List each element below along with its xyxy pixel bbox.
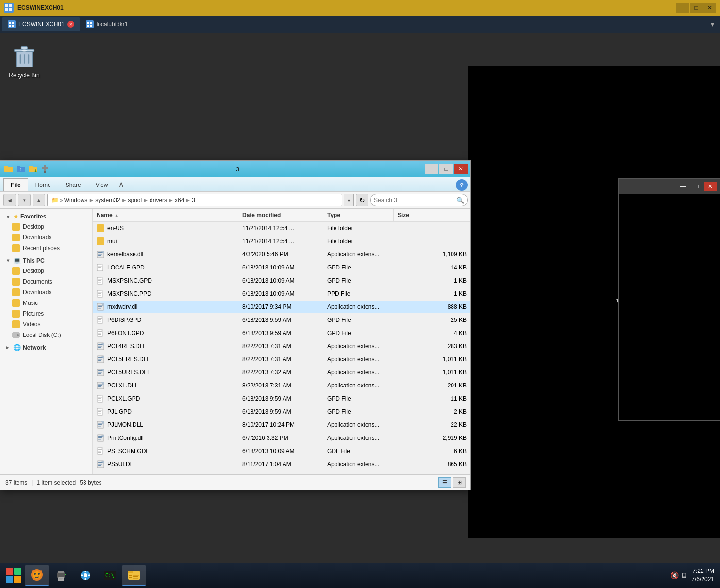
explorer-minimize-button[interactable]: — [425, 164, 438, 174]
sidebar-item-pictures[interactable]: Pictures [0, 308, 92, 319]
view-details-button[interactable]: ☰ [438, 477, 451, 488]
file-row[interactable]: LOCALE.GPD 6/18/2013 10:09 AM GPD File 1… [93, 261, 470, 274]
sidebar-item-desktop-pc[interactable]: Desktop [0, 266, 92, 276]
col-date-header[interactable]: Date modified [238, 209, 323, 221]
breadcrumb-3[interactable]: 3 [192, 197, 195, 203]
refresh-button[interactable]: ↻ [356, 194, 368, 206]
search-box[interactable]: 🔍 [370, 194, 468, 206]
tab-ecswinexch01[interactable]: ECSWINEXCH01 ✕ [2, 17, 80, 31]
back-dropdown-button[interactable]: ▾ [18, 194, 31, 206]
file-row[interactable]: kernelbase.dll 4/3/2020 5:46 PM Applicat… [93, 248, 470, 261]
file-row[interactable]: PCL5ERES.DLL 8/22/2013 7:31 AM Applicati… [93, 353, 470, 366]
svg-rect-47 [98, 295, 101, 296]
explorer-close-button[interactable]: ✕ [454, 164, 468, 174]
file-row[interactable]: PJLMON.DLL 8/10/2017 10:24 PM Applicatio… [93, 419, 470, 432]
taskbar-item-explorer[interactable] [122, 565, 146, 586]
ribbon-expand-button[interactable]: ∧ [116, 177, 127, 191]
breadcrumb-drivers[interactable]: drivers [150, 197, 167, 203]
file-row[interactable]: mxdwdrv.dll 8/10/2017 9:34 PM Applicatio… [93, 301, 470, 314]
sidebar-item-music[interactable]: Music [0, 298, 92, 308]
sidebar-network-header[interactable]: ► 🌐 Network [0, 342, 92, 353]
file-row[interactable]: PCLXL.GPD 6/18/2013 9:59 AM GPD File 11 … [93, 392, 470, 405]
file-row[interactable]: MSXPSINC.PPD 6/18/2013 10:09 AM PPD File… [93, 287, 470, 301]
taskbar-item-fox[interactable] [25, 565, 49, 586]
view-large-icons-button[interactable]: ⊞ [453, 477, 466, 488]
search-input[interactable] [374, 197, 454, 203]
rdp-close-button[interactable]: ✕ [703, 3, 716, 13]
favorites-label: Favorites [20, 213, 46, 220]
svg-rect-49 [98, 305, 103, 306]
breadcrumb-x64[interactable]: x64 [175, 197, 184, 203]
ribbon-tab-home[interactable]: Home [28, 178, 58, 191]
file-row[interactable]: P6DISP.GPD 6/18/2013 9:59 AM GPD File 25… [93, 314, 470, 327]
tab1-close-button[interactable]: ✕ [67, 21, 74, 28]
file-row[interactable]: mui 11/21/2014 12:54 ... File folder [93, 235, 470, 248]
svg-rect-41 [98, 279, 102, 280]
rdp-minimize-button[interactable]: — [676, 3, 689, 13]
file-row[interactable]: PS5UI.DLL 8/11/2017 1:04 AM Application … [93, 458, 470, 471]
col-type-header[interactable]: Type [323, 209, 394, 221]
tab-bar-expand-button[interactable]: ▾ [707, 20, 718, 28]
file-row[interactable]: PrintConfig.dll 6/7/2016 3:32 PM Applica… [93, 432, 470, 445]
speaker-muted-icon[interactable]: 🔇 [670, 571, 679, 579]
taskbar-item-printer[interactable] [50, 565, 73, 586]
sidebar-item-local-disk[interactable]: Local Disk (C:) [0, 330, 92, 340]
network-tray-icon[interactable]: 🖥 [681, 571, 687, 579]
address-dropdown-button[interactable]: ▾ [344, 194, 354, 206]
sidebar-favorites-header[interactable]: ▾ ★ Favorites [0, 212, 92, 221]
recycle-bin[interactable]: Recycle Bin [5, 43, 44, 79]
file-cell-name: PCL5URES.DLL [93, 367, 238, 378]
explorer-new-folder-icon[interactable]: + [28, 164, 38, 174]
breadcrumb-spool[interactable]: spool [128, 197, 142, 203]
address-path-bar[interactable]: 📁 » Windows ► system32 ► spool ► drivers… [47, 194, 342, 206]
taskbar-item-settings[interactable] [74, 565, 97, 586]
sidebar-item-recent-places[interactable]: Recent places [0, 243, 92, 253]
file-row[interactable]: PCL4RES.DLL 8/22/2013 7:31 AM Applicatio… [93, 340, 470, 353]
explorer-titlebar-icons: ↑ + [3, 164, 50, 174]
rdp-maximize-button[interactable]: □ [690, 3, 703, 13]
sidebar-thispc-header[interactable]: ▾ 💻 This PC [0, 255, 92, 266]
videos-label: Videos [23, 321, 40, 328]
file-row[interactable]: PJL.GPD 6/18/2013 9:59 AM GPD File 2 KB [93, 405, 470, 419]
svg-rect-89 [98, 436, 103, 437]
svg-rect-59 [98, 334, 101, 335]
up-button[interactable]: ▲ [33, 194, 45, 206]
taskbar-item-cmd[interactable]: C:\ _ [98, 565, 121, 586]
svg-rect-38 [98, 267, 101, 268]
sidebar-item-downloads-pc[interactable]: Downloads [0, 287, 92, 298]
file-row[interactable]: MSXPSINC.GPD 6/18/2013 10:09 AM GPD File… [93, 274, 470, 287]
explorer-maximize-button[interactable]: □ [439, 164, 453, 174]
ribbon-tab-view[interactable]: View [88, 178, 116, 191]
file-row[interactable]: en-US 11/21/2014 12:54 ... File folder [93, 222, 470, 235]
breadcrumb-system32[interactable]: system32 [95, 197, 120, 203]
tab-localubtdkr1[interactable]: localubtdkr1 [80, 17, 134, 31]
svg-point-18 [21, 49, 27, 52]
ribbon-tab-file[interactable]: File [3, 178, 28, 191]
pictures-icon [12, 310, 20, 318]
breadcrumb-windows[interactable]: Windows [64, 197, 88, 203]
svg-rect-113 [85, 578, 86, 580]
file-cell-name: LOCALE.GPD [93, 262, 238, 273]
file-row[interactable]: PCL5URES.DLL 8/22/2013 7:32 AM Applicati… [93, 366, 470, 379]
sidebar-item-downloads-fav[interactable]: Downloads [0, 232, 92, 243]
svg-point-103 [38, 573, 40, 575]
rdp2-minimize-button[interactable]: — [677, 182, 689, 191]
explorer-up-icon[interactable]: ↑ [16, 164, 26, 174]
system-clock[interactable]: 7:22 PM 7/6/2021 [691, 567, 714, 584]
second-rdp-window[interactable]: — □ ✕ [618, 178, 720, 421]
ribbon-help-button[interactable]: ? [456, 179, 468, 191]
file-row[interactable]: PS_SCHM.GDL 6/18/2013 10:09 AM GDL File … [93, 445, 470, 458]
rdp2-maximize-button[interactable]: □ [690, 182, 703, 191]
col-name-header[interactable]: Name ▲ [93, 209, 238, 221]
ribbon-tab-share[interactable]: Share [58, 178, 88, 191]
sidebar-item-desktop-fav[interactable]: Desktop [0, 221, 92, 232]
col-size-header[interactable]: Size [394, 209, 470, 221]
start-button[interactable] [2, 565, 25, 586]
sidebar-item-videos[interactable]: Videos [0, 319, 92, 330]
file-row[interactable]: PCLXL.DLL 8/22/2013 7:31 AM Application … [93, 379, 470, 392]
rdp2-close-button[interactable]: ✕ [704, 182, 717, 191]
search-icon[interactable]: 🔍 [456, 197, 464, 204]
back-button[interactable]: ◄ [3, 194, 16, 206]
sidebar-item-documents[interactable]: Documents [0, 276, 92, 287]
file-row[interactable]: P6FONT.GPD 6/18/2013 9:59 AM GPD File 4 … [93, 327, 470, 340]
